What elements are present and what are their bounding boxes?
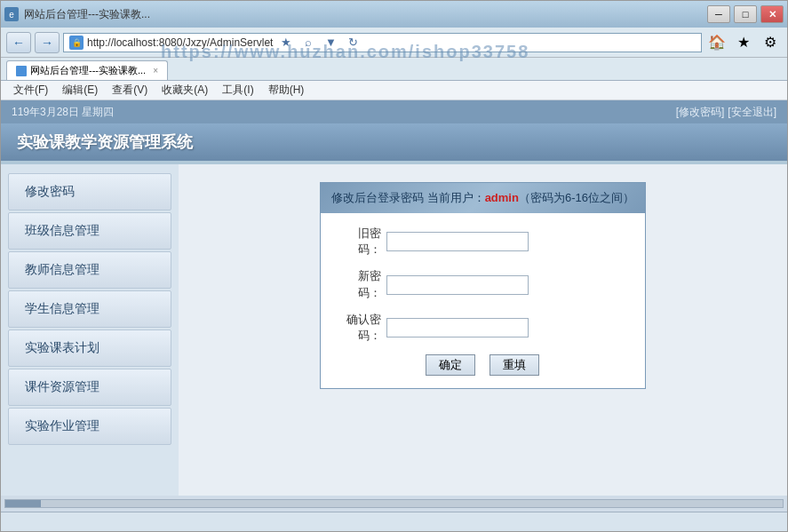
sidebar-item-teacher-management[interactable]: 教师信息管理 <box>8 251 171 289</box>
settings-icon[interactable]: ⚙ <box>759 32 782 53</box>
security-icon: 🔒 <box>69 36 84 50</box>
app-main: 修改密码 班级信息管理 教师信息管理 学生信息管理 实验课表计划 课件资源管理 <box>1 164 787 496</box>
minimize-button[interactable]: ─ <box>707 5 730 23</box>
sidebar-label-teacher: 教师信息管理 <box>25 262 99 278</box>
form-header-text: 修改后台登录密码 当前用户： <box>331 191 485 204</box>
right-nav-icons: 🏠 ★ ⚙ <box>705 32 782 53</box>
logout-link[interactable]: [安全退出] <box>728 105 776 120</box>
url-right-controls: ★ ⌕ ▼ ↻ <box>276 33 362 52</box>
window-title: 网站后台管理---实验课教... <box>24 7 150 22</box>
scroll-thumb[interactable] <box>5 500 41 507</box>
menu-tools[interactable]: 工具(I) <box>215 81 260 99</box>
tab-favicon <box>16 66 27 76</box>
title-bar: e 网站后台管理---实验课教... ─ □ ✕ <box>1 1 787 28</box>
sidebar-label-student: 学生信息管理 <box>25 301 99 317</box>
confirm-password-input[interactable] <box>386 318 529 337</box>
form-box: 修改后台登录密码 当前用户：admin（密码为6-16位之间） 旧密码： 新密码… <box>320 182 646 389</box>
new-password-label: 新密码： <box>335 268 381 300</box>
old-password-row: 旧密码： <box>335 226 631 258</box>
confirm-button[interactable]: 确定 <box>426 354 475 376</box>
app-top-bar: 119年3月28日 星期四 [修改密码] [安全退出] <box>1 100 787 123</box>
menu-view[interactable]: 查看(V) <box>105 81 155 99</box>
back-button[interactable]: ← <box>6 32 31 53</box>
url-text: http://localhost:8080/Jxzy/AdminServlet <box>87 36 273 49</box>
sidebar-label-class: 班级信息管理 <box>25 223 99 239</box>
scroll-track[interactable] <box>4 499 784 508</box>
old-password-input[interactable] <box>386 232 529 251</box>
url-box[interactable]: 🔒 http://localhost:8080/Jxzy/AdminServle… <box>63 33 702 52</box>
favorites-icon[interactable]: ★ <box>732 32 755 53</box>
tab-close-button[interactable]: × <box>153 66 158 75</box>
app-top-right: [修改密码] [安全退出] <box>676 105 776 120</box>
status-bar <box>1 512 787 531</box>
active-tab[interactable]: 网站后台管理---实验课教... × <box>6 60 168 80</box>
browser-icon: e <box>4 7 19 21</box>
forward-button[interactable]: → <box>35 32 60 53</box>
title-bar-left: e 网站后台管理---实验课教... <box>4 7 150 22</box>
app-date: 119年3月28日 星期四 <box>12 105 114 120</box>
app-area: 119年3月28日 星期四 [修改密码] [安全退出] 实验课教学资源管理系统 … <box>1 100 787 512</box>
new-password-input[interactable] <box>386 275 529 295</box>
scroll-area <box>1 496 787 512</box>
content-area: 修改后台登录密码 当前用户：admin（密码为6-16位之间） 旧密码： 新密码… <box>179 164 787 496</box>
reload-icon[interactable]: ↻ <box>343 33 362 52</box>
reset-button[interactable]: 重填 <box>490 354 539 376</box>
browser-window: e 网站后台管理---实验课教... ─ □ ✕ ← → 🔒 http://lo… <box>0 0 788 532</box>
old-password-label: 旧密码： <box>335 226 381 258</box>
sidebar-item-change-password[interactable]: 修改密码 <box>8 173 171 210</box>
sidebar-item-homework-management[interactable]: 实验作业管理 <box>8 408 171 445</box>
sidebar-label-resource: 课件资源管理 <box>25 379 99 395</box>
confirm-password-label: 确认密码： <box>335 312 381 344</box>
maximize-button[interactable]: □ <box>734 5 757 23</box>
sidebar-label-change-password: 修改密码 <box>25 184 75 200</box>
app-title: 实验课教学资源管理系统 <box>17 131 193 153</box>
menu-file[interactable]: 文件(F) <box>6 81 55 99</box>
current-user-label: admin <box>485 191 519 204</box>
menu-favorites[interactable]: 收藏夹(A) <box>155 81 215 99</box>
tab-label: 网站后台管理---实验课教... <box>30 64 146 77</box>
home-icon[interactable]: 🏠 <box>705 32 728 53</box>
sidebar-item-class-management[interactable]: 班级信息管理 <box>8 212 171 250</box>
sidebar-item-lab-schedule[interactable]: 实验课表计划 <box>8 330 171 367</box>
sidebar-label-homework: 实验作业管理 <box>25 418 99 434</box>
menu-edit[interactable]: 编辑(E) <box>55 81 105 99</box>
refresh-icon[interactable]: ★ <box>276 33 296 52</box>
menu-bar: 文件(F) 编辑(E) 查看(V) 收藏夹(A) 工具(I) 帮助(H) <box>1 81 787 100</box>
confirm-password-row: 确认密码： <box>335 312 631 344</box>
change-password-link[interactable]: [修改密码] <box>676 105 725 120</box>
tab-bar: 网站后台管理---实验课教... × <box>1 58 787 81</box>
search-icon[interactable]: ⌕ <box>298 33 318 52</box>
title-bar-buttons: ─ □ ✕ <box>707 5 784 23</box>
sidebar-item-student-management[interactable]: 学生信息管理 <box>8 290 171 328</box>
app-title-bar: 实验课教学资源管理系统 <box>1 123 787 161</box>
form-hint-text: （密码为6-16位之间） <box>519 191 634 204</box>
form-buttons: 确定 重填 <box>335 354 631 376</box>
close-button[interactable]: ✕ <box>760 5 784 23</box>
sidebar-item-resource-management[interactable]: 课件资源管理 <box>8 369 171 406</box>
sidebar: 修改密码 班级信息管理 教师信息管理 学生信息管理 实验课表计划 课件资源管理 <box>1 164 179 496</box>
form-box-body: 旧密码： 新密码： 确认密码： 确定 重填 <box>321 213 645 388</box>
new-password-row: 新密码： <box>335 268 631 300</box>
dropdown-icon[interactable]: ▼ <box>321 33 340 52</box>
sidebar-label-lab-schedule: 实验课表计划 <box>25 340 99 356</box>
address-bar: ← → 🔒 http://localhost:8080/Jxzy/AdminSe… <box>1 28 787 58</box>
menu-help[interactable]: 帮助(H) <box>261 81 312 99</box>
form-box-header: 修改后台登录密码 当前用户：admin（密码为6-16位之间） <box>321 183 645 213</box>
